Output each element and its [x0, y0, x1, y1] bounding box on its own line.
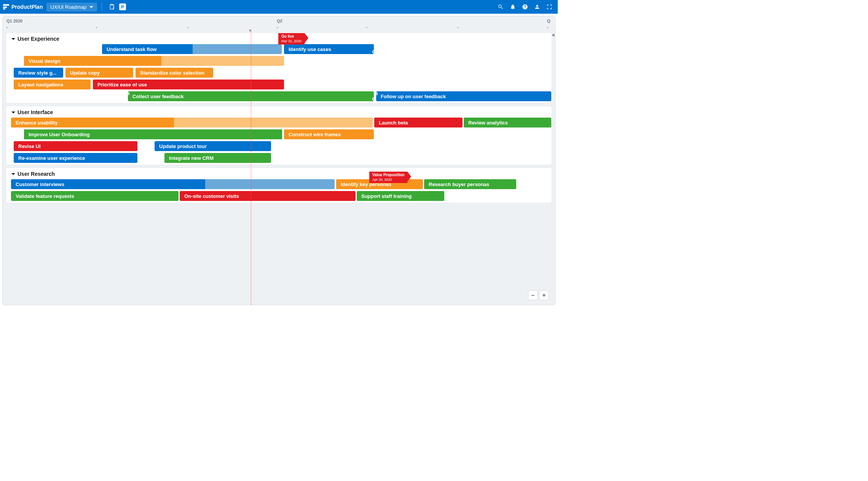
app-name: ProductPlan: [11, 4, 43, 10]
bar-extension: [205, 179, 335, 189]
clipboard-icon[interactable]: [107, 2, 117, 12]
roadmap-bar[interactable]: Follow up on user feedback: [376, 91, 551, 101]
svg-rect-2: [3, 8, 5, 10]
search-icon[interactable]: [495, 2, 506, 12]
container-bar[interactable]: Improve User Onboarding: [11, 129, 282, 139]
chevron-down-icon: [11, 111, 15, 113]
roadmap-bar[interactable]: Support staff training: [357, 191, 444, 201]
chevron-down-icon[interactable]: [11, 129, 24, 139]
p-badge-icon: P: [119, 3, 126, 10]
lane-header[interactable]: User Research: [6, 168, 552, 179]
lane-group: User InterfaceEnhance usabilityLaunch be…: [6, 106, 552, 165]
roadmap-bar[interactable]: Research buyer personas: [424, 179, 516, 189]
lane-row: Collect user feedbackFollow up on user f…: [6, 91, 552, 102]
lane-row: Enhance usabilityLaunch betaReview analy…: [6, 118, 552, 128]
roadmap-bar[interactable]: Customer interviews: [11, 179, 205, 189]
bar-extension: [174, 118, 373, 127]
roadmap-bar[interactable]: Revise UI: [14, 141, 137, 151]
timeline-header: Q1 2020Q2Q: [3, 16, 555, 32]
chevron-down-icon: [11, 38, 15, 40]
roadmap-bar[interactable]: Re-examine user experience: [14, 153, 137, 163]
app-logo[interactable]: ProductPlan: [3, 4, 43, 10]
lane-title-text: User Research: [18, 171, 55, 177]
timeline-tick: [6, 27, 8, 28]
parking-badge[interactable]: P: [117, 2, 128, 12]
lane-row: Improve User OnboardingConstruct wire fr…: [6, 129, 552, 140]
lane-row: Customer interviewsIdentify key personas…: [6, 179, 552, 190]
milestone-flag[interactable]: Value PropositionApr 30, 2020: [369, 172, 407, 183]
connector-icon: [128, 92, 129, 95]
lane-row: Review style g...Update copyStandardize …: [6, 68, 552, 78]
bar-label: Visual design: [24, 56, 161, 66]
container-bar[interactable]: Visual design: [11, 56, 284, 66]
bar-extension: [193, 44, 282, 54]
connector-icon: [376, 92, 378, 95]
divider: [102, 3, 102, 11]
lane-row: Re-examine user experienceIntegrate new …: [6, 153, 552, 164]
roadmap-name: UX/UI Roadmap: [50, 4, 86, 10]
roadmap-bar[interactable]: Standardize color selection: [136, 68, 213, 78]
timeline-tick: [458, 27, 459, 28]
roadmap-bar[interactable]: Validate feature requests: [11, 191, 179, 201]
lane-header[interactable]: User Interface: [6, 106, 552, 118]
milestone-flag[interactable]: Go liveMar 31, 2020: [278, 33, 305, 45]
roadmap-canvas[interactable]: ◀ Q1 2020Q2Q ▾ Go liveMar 31, 2020Value …: [2, 16, 555, 305]
bar-extension: [161, 56, 284, 66]
roadmap-selector[interactable]: UX/UI Roadmap: [46, 3, 97, 11]
lane-title-text: User Experience: [18, 36, 59, 42]
quarter-label: Q2: [277, 19, 282, 23]
roadmap-bar[interactable]: Identify use cases: [284, 44, 374, 54]
help-icon[interactable]: [520, 2, 530, 12]
roadmap-bar[interactable]: Enhance usability: [11, 118, 174, 127]
roadmap-bar[interactable]: Layout navigations: [14, 80, 91, 89]
connector-icon: [372, 97, 374, 100]
roadmap-bar[interactable]: Prioritize ease of use: [93, 80, 284, 89]
quarter-label: Q1 2020: [6, 19, 22, 23]
bell-icon[interactable]: [507, 2, 518, 12]
chevron-down-icon: [11, 173, 15, 175]
timeline-tick: [547, 27, 548, 28]
lane-row: Understand task flowIdentify use cases: [6, 44, 552, 55]
roadmap-bar[interactable]: Launch beta: [374, 118, 463, 127]
roadmap-bar[interactable]: Update product tour: [155, 141, 271, 151]
lane-group: User ResearchCustomer interviewsIdentify…: [6, 167, 552, 203]
roadmap-bar[interactable]: Collect user feedback: [128, 91, 374, 101]
top-nav-bar: ProductPlan UX/UI Roadmap P: [0, 0, 558, 14]
zoom-in-button[interactable]: +: [539, 290, 549, 300]
lane-row: Layout navigationsPrioritize ease of use: [6, 80, 552, 90]
timeline-tick: [366, 27, 367, 28]
productplan-logo-icon: [3, 4, 9, 10]
timeline-tick: [96, 27, 97, 28]
roadmap-bar[interactable]: On-site customer visits: [180, 191, 356, 201]
lane-row: Visual design: [6, 56, 552, 67]
zoom-out-button[interactable]: –: [528, 290, 538, 300]
connector-icon: [372, 50, 374, 53]
roadmap-bar[interactable]: Integrate new CRM: [164, 153, 271, 163]
today-marker-icon: ▾: [249, 28, 251, 33]
roadmap-bar[interactable]: Construct wire frames: [284, 129, 374, 139]
fullscreen-icon[interactable]: [544, 2, 555, 12]
svg-rect-1: [3, 6, 7, 8]
roadmap-bar[interactable]: Review style g...: [14, 68, 63, 78]
user-icon[interactable]: [532, 2, 542, 12]
roadmap-bar[interactable]: Understand task flow: [102, 44, 193, 54]
timeline-tick: [277, 27, 278, 28]
svg-rect-0: [3, 4, 9, 6]
roadmap-bar[interactable]: Review analytics: [464, 118, 551, 127]
chevron-down-icon[interactable]: [11, 56, 24, 66]
zoom-controls: – +: [528, 290, 549, 300]
quarter-label: Q: [547, 19, 550, 23]
roadmap-bar[interactable]: Update copy: [65, 68, 133, 78]
timeline-tick: [187, 27, 188, 28]
bar-label: Improve User Onboarding: [24, 129, 282, 139]
caret-down-icon: [89, 6, 93, 8]
lane-title-text: User Interface: [18, 109, 53, 115]
lane-row: Revise UIUpdate product tour: [6, 141, 552, 152]
lane-row: Validate feature requestsOn-site custome…: [6, 191, 552, 202]
